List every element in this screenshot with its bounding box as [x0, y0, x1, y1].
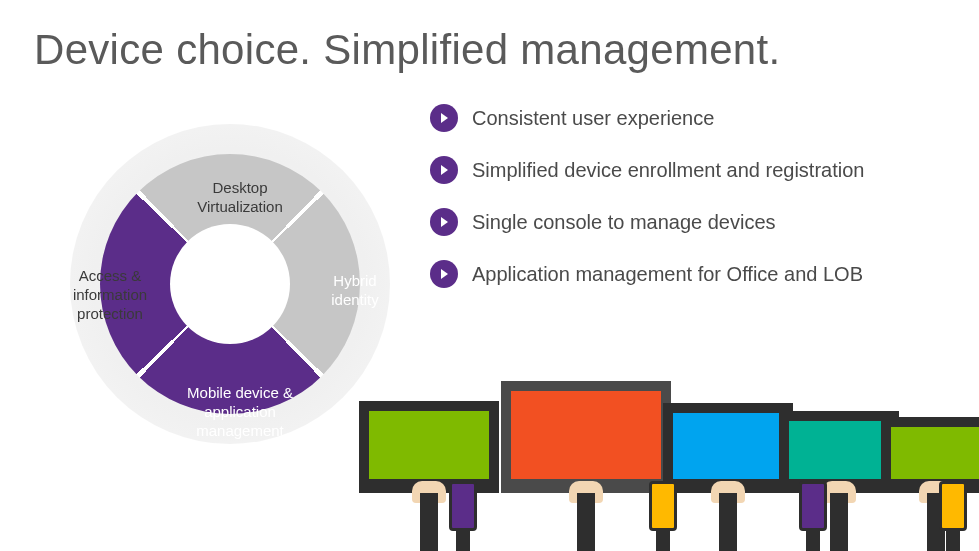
bullet-text: Single console to manage devices — [472, 211, 776, 234]
bullet-text: Application management for Office and LO… — [472, 263, 863, 286]
device-screen — [501, 381, 671, 493]
device-phone-purple — [449, 481, 477, 531]
page-title: Device choice. Simplified management. — [0, 0, 979, 74]
arm-icon — [420, 493, 438, 551]
bullet-text: Simplified device enrollment and registr… — [472, 159, 864, 182]
device-screen — [663, 403, 793, 493]
play-icon — [430, 260, 458, 288]
bullet-text: Consistent user experience — [472, 107, 714, 130]
play-icon — [430, 156, 458, 184]
device-tablet-blue — [663, 403, 793, 493]
bullet-item: Application management for Office and LO… — [430, 260, 864, 288]
segment-label-mobile-device-management: Mobile device &applicationmanagement — [175, 384, 305, 440]
device-laptop-orange — [501, 381, 671, 493]
segment-label-desktop-virtualization: DesktopVirtualization — [185, 179, 295, 217]
play-icon — [430, 104, 458, 132]
device-screen — [359, 401, 499, 493]
arm-icon — [830, 493, 848, 551]
bullet-item: Consistent user experience — [430, 104, 864, 132]
device-phone-yellow — [939, 481, 967, 531]
play-icon — [430, 208, 458, 236]
device-phone-purple — [799, 481, 827, 531]
segment-label-access-protection: Access &informationprotection — [60, 267, 160, 323]
device-phone-yellow — [649, 481, 677, 531]
arm-icon — [577, 493, 595, 551]
bullet-item: Single console to manage devices — [430, 208, 864, 236]
devices-illustration — [359, 331, 979, 551]
arm-icon — [719, 493, 737, 551]
bullet-item: Simplified device enrollment and registr… — [430, 156, 864, 184]
segment-label-hybrid-identity: Hybrididentity — [320, 272, 390, 310]
device-laptop-green — [359, 401, 499, 493]
